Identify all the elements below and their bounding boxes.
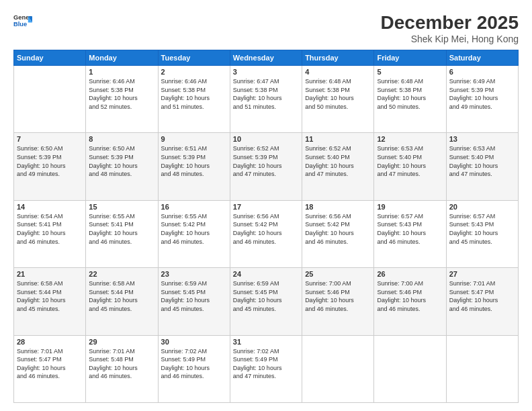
table-row: 7Sunrise: 6:50 AM Sunset: 5:39 PM Daylig… (14, 133, 86, 200)
table-row: 10Sunrise: 6:52 AM Sunset: 5:39 PM Dayli… (230, 133, 302, 200)
day-number: 11 (305, 135, 371, 143)
col-wednesday: Wednesday (230, 50, 302, 66)
day-number: 8 (89, 135, 154, 143)
table-row: 2Sunrise: 6:46 AM Sunset: 5:38 PM Daylig… (158, 66, 230, 133)
table-row: 23Sunrise: 6:59 AM Sunset: 5:45 PM Dayli… (158, 268, 230, 335)
day-info: Sunrise: 6:48 AM Sunset: 5:38 PM Dayligh… (377, 77, 443, 111)
day-info: Sunrise: 6:53 AM Sunset: 5:40 PM Dayligh… (449, 144, 515, 178)
table-row: 14Sunrise: 6:54 AM Sunset: 5:41 PM Dayli… (14, 200, 86, 267)
col-saturday: Saturday (446, 50, 518, 66)
table-row: 25Sunrise: 7:00 AM Sunset: 5:46 PM Dayli… (302, 268, 374, 335)
table-row: 9Sunrise: 6:51 AM Sunset: 5:39 PM Daylig… (158, 133, 230, 200)
day-info: Sunrise: 6:59 AM Sunset: 5:45 PM Dayligh… (161, 279, 227, 313)
day-info: Sunrise: 7:00 AM Sunset: 5:46 PM Dayligh… (305, 279, 371, 313)
day-info: Sunrise: 6:46 AM Sunset: 5:38 PM Dayligh… (161, 77, 227, 111)
calendar-table: Sunday Monday Tuesday Wednesday Thursday… (13, 50, 519, 403)
header: General Blue December 2025 Shek Kip Mei,… (13, 12, 519, 44)
day-number: 4 (305, 68, 371, 76)
svg-text:Blue: Blue (13, 21, 27, 28)
day-number: 10 (233, 135, 299, 143)
table-row: 12Sunrise: 6:53 AM Sunset: 5:40 PM Dayli… (374, 133, 446, 200)
day-info: Sunrise: 6:47 AM Sunset: 5:38 PM Dayligh… (233, 77, 299, 111)
day-number: 7 (17, 135, 83, 143)
table-row: 18Sunrise: 6:56 AM Sunset: 5:42 PM Dayli… (302, 200, 374, 267)
table-row: 4Sunrise: 6:48 AM Sunset: 5:38 PM Daylig… (302, 66, 374, 133)
table-row: 16Sunrise: 6:55 AM Sunset: 5:42 PM Dayli… (158, 200, 230, 267)
table-row: 5Sunrise: 6:48 AM Sunset: 5:38 PM Daylig… (374, 66, 446, 133)
day-number: 30 (161, 338, 227, 346)
col-tuesday: Tuesday (158, 50, 230, 66)
day-info: Sunrise: 7:01 AM Sunset: 5:47 PM Dayligh… (449, 279, 515, 313)
table-row: 11Sunrise: 6:52 AM Sunset: 5:40 PM Dayli… (302, 133, 374, 200)
day-info: Sunrise: 6:55 AM Sunset: 5:41 PM Dayligh… (89, 212, 154, 246)
day-info: Sunrise: 6:59 AM Sunset: 5:45 PM Dayligh… (233, 279, 299, 313)
col-sunday: Sunday (14, 50, 86, 66)
day-info: Sunrise: 6:50 AM Sunset: 5:39 PM Dayligh… (89, 144, 154, 178)
title-block: December 2025 Shek Kip Mei, Hong Kong (381, 12, 519, 44)
day-info: Sunrise: 6:50 AM Sunset: 5:39 PM Dayligh… (17, 144, 83, 178)
table-row: 13Sunrise: 6:53 AM Sunset: 5:40 PM Dayli… (446, 133, 518, 200)
table-row: 21Sunrise: 6:58 AM Sunset: 5:44 PM Dayli… (14, 268, 86, 335)
table-row: 24Sunrise: 6:59 AM Sunset: 5:45 PM Dayli… (230, 268, 302, 335)
day-info: Sunrise: 6:54 AM Sunset: 5:41 PM Dayligh… (17, 212, 83, 246)
table-row (302, 335, 374, 402)
day-info: Sunrise: 6:48 AM Sunset: 5:38 PM Dayligh… (305, 77, 371, 111)
col-monday: Monday (86, 50, 158, 66)
day-info: Sunrise: 7:00 AM Sunset: 5:46 PM Dayligh… (377, 279, 443, 313)
calendar-week-row: 7Sunrise: 6:50 AM Sunset: 5:39 PM Daylig… (14, 133, 519, 200)
day-number: 20 (449, 203, 515, 211)
day-info: Sunrise: 6:46 AM Sunset: 5:38 PM Dayligh… (89, 77, 154, 111)
table-row (446, 335, 518, 402)
day-number: 26 (377, 270, 443, 278)
main-title: December 2025 (381, 12, 519, 34)
day-number: 21 (17, 270, 83, 278)
calendar-week-row: 14Sunrise: 6:54 AM Sunset: 5:41 PM Dayli… (14, 200, 519, 267)
day-info: Sunrise: 6:53 AM Sunset: 5:40 PM Dayligh… (377, 144, 443, 178)
table-row: 22Sunrise: 6:58 AM Sunset: 5:44 PM Dayli… (86, 268, 158, 335)
calendar-week-row: 28Sunrise: 7:01 AM Sunset: 5:47 PM Dayli… (14, 335, 519, 402)
calendar-week-row: 21Sunrise: 6:58 AM Sunset: 5:44 PM Dayli… (14, 268, 519, 335)
day-number: 27 (449, 270, 515, 278)
day-number: 29 (89, 338, 154, 346)
calendar-header-row: Sunday Monday Tuesday Wednesday Thursday… (14, 50, 519, 66)
day-info: Sunrise: 6:55 AM Sunset: 5:42 PM Dayligh… (161, 212, 227, 246)
day-number: 1 (89, 68, 154, 76)
day-info: Sunrise: 6:57 AM Sunset: 5:43 PM Dayligh… (449, 212, 515, 246)
table-row: 30Sunrise: 7:02 AM Sunset: 5:49 PM Dayli… (158, 335, 230, 402)
table-row: 8Sunrise: 6:50 AM Sunset: 5:39 PM Daylig… (86, 133, 158, 200)
day-number: 3 (233, 68, 299, 76)
day-number: 23 (161, 270, 227, 278)
table-row: 6Sunrise: 6:49 AM Sunset: 5:39 PM Daylig… (446, 66, 518, 133)
day-number: 14 (17, 203, 83, 211)
day-number: 28 (17, 338, 83, 346)
table-row (374, 335, 446, 402)
day-number: 24 (233, 270, 299, 278)
day-number: 31 (233, 338, 299, 346)
day-number: 22 (89, 270, 154, 278)
calendar-week-row: 1Sunrise: 6:46 AM Sunset: 5:38 PM Daylig… (14, 66, 519, 133)
col-thursday: Thursday (302, 50, 374, 66)
logo-icon: General Blue (13, 12, 32, 31)
table-row: 19Sunrise: 6:57 AM Sunset: 5:43 PM Dayli… (374, 200, 446, 267)
day-number: 18 (305, 203, 371, 211)
table-row: 3Sunrise: 6:47 AM Sunset: 5:38 PM Daylig… (230, 66, 302, 133)
day-info: Sunrise: 6:58 AM Sunset: 5:44 PM Dayligh… (89, 279, 154, 313)
table-row: 28Sunrise: 7:01 AM Sunset: 5:47 PM Dayli… (14, 335, 86, 402)
day-number: 9 (161, 135, 227, 143)
day-number: 13 (449, 135, 515, 143)
table-row: 1Sunrise: 6:46 AM Sunset: 5:38 PM Daylig… (86, 66, 158, 133)
day-info: Sunrise: 6:52 AM Sunset: 5:40 PM Dayligh… (305, 144, 371, 178)
day-info: Sunrise: 6:49 AM Sunset: 5:39 PM Dayligh… (449, 77, 515, 111)
col-friday: Friday (374, 50, 446, 66)
table-row: 27Sunrise: 7:01 AM Sunset: 5:47 PM Dayli… (446, 268, 518, 335)
day-number: 2 (161, 68, 227, 76)
day-info: Sunrise: 6:56 AM Sunset: 5:42 PM Dayligh… (233, 212, 299, 246)
day-number: 17 (233, 203, 299, 211)
day-info: Sunrise: 7:01 AM Sunset: 5:47 PM Dayligh… (17, 347, 83, 381)
day-number: 19 (377, 203, 443, 211)
day-number: 25 (305, 270, 371, 278)
subtitle: Shek Kip Mei, Hong Kong (381, 34, 519, 44)
day-info: Sunrise: 7:02 AM Sunset: 5:49 PM Dayligh… (161, 347, 227, 381)
day-info: Sunrise: 6:52 AM Sunset: 5:39 PM Dayligh… (233, 144, 299, 178)
table-row: 17Sunrise: 6:56 AM Sunset: 5:42 PM Dayli… (230, 200, 302, 267)
